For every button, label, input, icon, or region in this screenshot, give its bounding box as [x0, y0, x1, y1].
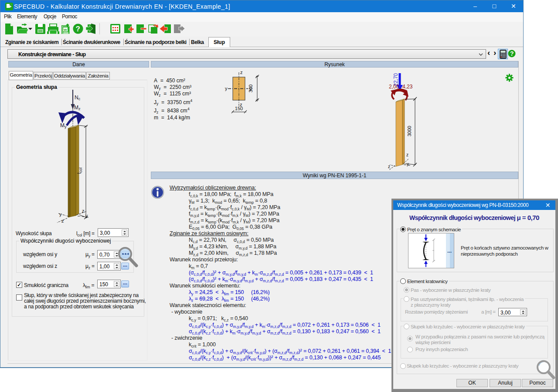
svg-text:?: ?	[510, 50, 514, 57]
svg-text:3000: 3000	[407, 126, 412, 136]
svg-text:2,00: 2,00	[389, 84, 399, 90]
svg-text:W: W	[64, 28, 67, 32]
svg-text:300: 300	[248, 84, 253, 92]
svg-text:150: 150	[235, 106, 243, 111]
svg-text:y: y	[225, 86, 228, 91]
svg-text:y: y	[407, 162, 409, 166]
svg-text:...: ...	[447, 248, 452, 254]
svg-text:?: ?	[76, 25, 80, 33]
svg-text:z: z	[406, 152, 408, 157]
svg-text:4,23: 4,23	[402, 84, 413, 90]
svg-text:z: z	[388, 164, 390, 169]
svg-text:z: z	[240, 70, 243, 75]
